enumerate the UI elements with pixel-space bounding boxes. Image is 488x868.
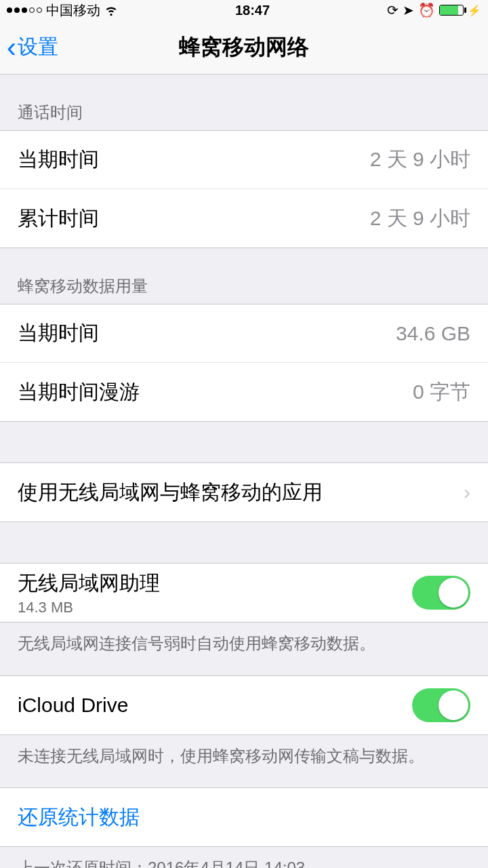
section-header-datausage: 蜂窝移动数据用量 [0, 248, 488, 304]
toggle-wlan-assist[interactable] [412, 576, 470, 610]
cell-current-period-roaming[interactable]: 当期时间漫游 0 字节 [0, 363, 488, 421]
footer-icloud-drive: 未连接无线局域网时，使用蜂窝移动网传输文稿与数据。 [0, 735, 488, 768]
cell-current-period-data[interactable]: 当期时间 34.6 GB [0, 304, 488, 363]
cell-label: iCloud Drive [18, 694, 128, 717]
cell-lifetime-calltime[interactable]: 累计时间 2 天 9 小时 [0, 189, 488, 248]
section-header-calltime: 通话时间 [0, 75, 488, 130]
alarm-icon: ⏰ [418, 2, 435, 18]
cell-apps-using-wlan-cellular[interactable]: 使用无线局域网与蜂窝移动的应用 › [0, 463, 488, 521]
cell-label: 使用无线局域网与蜂窝移动的应用 [18, 479, 323, 507]
cell-value: 34.6 GB [396, 322, 470, 345]
chevron-right-icon: › [464, 481, 470, 504]
location-icon: ➤ [403, 2, 414, 18]
nav-bar: ‹ 设置 蜂窝移动网络 [0, 20, 488, 75]
battery-icon [439, 5, 464, 16]
carrier-label: 中国移动 [46, 1, 100, 20]
signal-strength-icon [7, 7, 42, 13]
page-title: 蜂窝移动网络 [0, 33, 488, 62]
cell-value: 2 天 9 小时 [370, 146, 470, 174]
cell-reset-statistics[interactable]: 还原统计数据 [0, 788, 488, 846]
cell-label: 当期时间 [18, 319, 99, 347]
cell-value: 2 天 9 小时 [370, 205, 470, 233]
cell-label: 累计时间 [18, 205, 99, 233]
chevron-left-icon: ‹ [7, 33, 16, 62]
toggle-icloud-drive[interactable] [412, 688, 470, 722]
cell-wlan-assist[interactable]: 无线局域网助理 14.3 MB [0, 564, 488, 622]
back-label: 设置 [18, 33, 58, 61]
orientation-lock-icon: ⟳ [387, 2, 399, 18]
footer-last-reset: 上一次还原时间：2016年4月14日 14:03 [0, 847, 488, 868]
cell-icloud-drive[interactable]: iCloud Drive [0, 676, 488, 734]
cell-value: 0 字节 [413, 378, 470, 406]
footer-wlan-assist: 无线局域网连接信号弱时自动使用蜂窝移动数据。 [0, 623, 488, 655]
wifi-icon [104, 3, 118, 17]
cell-label: 无线局域网助理 [18, 570, 160, 597]
cell-label: 当期时间 [18, 146, 99, 174]
cell-label: 当期时间漫游 [18, 378, 140, 406]
reset-statistics-label: 还原统计数据 [18, 804, 140, 831]
status-time: 18:47 [235, 3, 270, 18]
cell-subtitle: 14.3 MB [18, 599, 160, 616]
back-button[interactable]: ‹ 设置 [0, 33, 58, 62]
status-bar: 中国移动 18:47 ⟳ ➤ ⏰ ⚡ [0, 0, 488, 20]
charging-icon: ⚡ [468, 4, 481, 17]
cell-current-period-calltime[interactable]: 当期时间 2 天 9 小时 [0, 131, 488, 189]
